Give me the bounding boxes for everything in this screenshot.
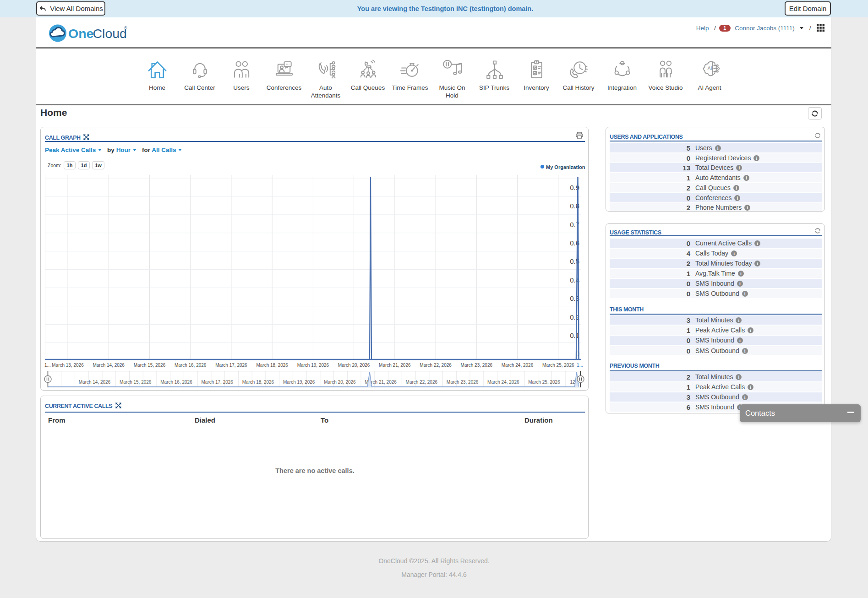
svg-text:1...: 1...	[577, 363, 583, 368]
svg-text:March 15, 2026: March 15, 2026	[120, 380, 152, 385]
svg-text:March 20, 2026: March 20, 2026	[338, 363, 370, 368]
svg-text:March 13, 2026: March 13, 2026	[52, 363, 84, 368]
svg-text:March 23, 2026: March 23, 2026	[461, 363, 493, 368]
svg-text:March 24, 2026: March 24, 2026	[502, 363, 534, 368]
svg-text:March 19, 2026: March 19, 2026	[283, 380, 315, 385]
svg-text:Cloud: Cloud	[93, 26, 127, 41]
svg-text:March 17, 2026: March 17, 2026	[201, 380, 233, 385]
svg-text:March 19, 2026: March 19, 2026	[297, 363, 329, 368]
svg-text:March 14, 2026: March 14, 2026	[93, 363, 125, 368]
svg-text:March 24, 2026: March 24, 2026	[487, 380, 519, 385]
svg-text:March 15, 2026: March 15, 2026	[134, 363, 166, 368]
svg-text:March 18, 2026: March 18, 2026	[242, 380, 274, 385]
svg-text:March 25, 2026: March 25, 2026	[528, 380, 560, 385]
svg-text:March 22, 2026: March 22, 2026	[406, 380, 438, 385]
svg-text:March 21, 2026: March 21, 2026	[379, 363, 411, 368]
svg-text:March 17, 2026: March 17, 2026	[215, 363, 247, 368]
svg-text:March 18, 2026: March 18, 2026	[256, 363, 288, 368]
svg-text:March 23, 2026: March 23, 2026	[447, 380, 479, 385]
svg-text:®: ®	[124, 26, 127, 30]
svg-text:0.1: 0.1	[570, 332, 579, 339]
svg-text:AI: AI	[707, 65, 712, 71]
svg-text:One: One	[68, 26, 93, 41]
svg-text:March 22, 2026: March 22, 2026	[420, 363, 452, 368]
svg-text:March 25, 2026: March 25, 2026	[542, 363, 574, 368]
svg-text:March 20, 2026: March 20, 2026	[324, 380, 356, 385]
svg-text:March 14, 2026: March 14, 2026	[79, 380, 111, 385]
svg-text:March 16, 2026: March 16, 2026	[160, 380, 192, 385]
svg-text:1...: 1...	[44, 363, 51, 368]
svg-text:March 16, 2026: March 16, 2026	[175, 363, 207, 368]
